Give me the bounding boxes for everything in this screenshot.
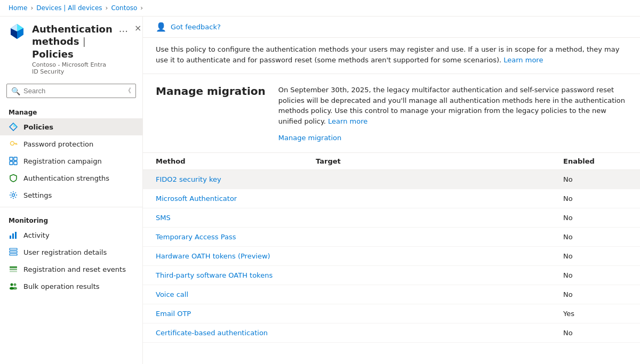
table-row[interactable]: Temporary Access Pass No: [143, 228, 640, 247]
method-link[interactable]: Temporary Access Pass: [156, 233, 236, 241]
svg-rect-18: [15, 232, 17, 239]
sidebar-header: Authentication methods | Policies Contos…: [0, 17, 142, 79]
sidebar-item-policies-label: Policies: [23, 123, 53, 131]
table-row[interactable]: Third-party software OATH tokens No: [143, 266, 640, 285]
manage-section-label: Manage: [0, 102, 142, 118]
chart-icon: [9, 230, 18, 240]
main-layout: Authentication methods | Policies Contos…: [0, 17, 640, 364]
sidebar-item-registration-reset-label: Registration and reset events: [23, 265, 126, 273]
svg-rect-20: [10, 251, 17, 253]
sidebar-item-authentication-strengths-label: Authentication strengths: [23, 174, 109, 182]
sidebar-item-password-protection[interactable]: Password protection: [0, 135, 142, 152]
page-subtitle: Contoso - Microsoft Entra ID Security: [32, 61, 113, 75]
migration-description: On September 30th, 2025, the legacy mult…: [278, 85, 627, 126]
migration-section: Manage migration On September 30th, 2025…: [143, 74, 640, 153]
grid2-icon: [9, 247, 18, 257]
sidebar-item-settings[interactable]: Settings: [0, 187, 142, 204]
col-enabled: No: [563, 233, 627, 241]
sidebar-item-bulk-operation-label: Bulk operation results: [23, 282, 100, 290]
sidebar: Authentication methods | Policies Contos…: [0, 17, 143, 364]
svg-rect-12: [14, 157, 17, 160]
sidebar-item-bulk-operation[interactable]: Bulk operation results: [0, 278, 142, 295]
sidebar-item-activity-label: Activity: [23, 231, 50, 239]
manage-migration-link[interactable]: Manage migration: [278, 134, 342, 142]
search-input[interactable]: [23, 87, 122, 95]
search-container: 🔍 《: [0, 79, 142, 102]
svg-rect-13: [10, 161, 13, 165]
gear-icon: [9, 190, 18, 200]
table-row[interactable]: Hardware OATH tokens (Preview) No: [143, 247, 640, 266]
col-enabled: No: [563, 175, 627, 183]
svg-point-15: [12, 194, 15, 197]
col-header-enabled: Enabled: [563, 157, 627, 165]
table-header: Method Target Enabled: [143, 153, 640, 170]
method-link[interactable]: Microsoft Authenticator: [156, 195, 237, 203]
breadcrumb-home[interactable]: Home: [9, 4, 27, 12]
col-enabled: No: [563, 252, 627, 260]
sidebar-item-authentication-strengths[interactable]: Authentication strengths: [0, 169, 142, 187]
col-enabled: No: [563, 271, 627, 279]
svg-rect-11: [10, 157, 13, 160]
method-link[interactable]: FIDO2 security key: [156, 175, 221, 183]
svg-rect-8: [14, 143, 17, 144]
svg-rect-16: [10, 236, 11, 239]
col-enabled: No: [563, 329, 627, 337]
monitoring-section-label: Monitoring: [0, 211, 142, 227]
svg-rect-9: [15, 144, 17, 145]
people-icon: [9, 281, 18, 291]
close-icon[interactable]: ×: [134, 23, 141, 33]
sidebar-item-registration-campaign[interactable]: Registration campaign: [0, 152, 142, 169]
svg-point-26: [14, 284, 17, 286]
sidebar-item-user-registration[interactable]: User registration details: [0, 244, 142, 261]
svg-point-25: [11, 284, 13, 286]
feedback-link[interactable]: Got feedback?: [171, 23, 221, 31]
method-link[interactable]: SMS: [156, 214, 171, 222]
sidebar-item-registration-reset[interactable]: Registration and reset events: [0, 261, 142, 278]
svg-rect-21: [10, 254, 17, 255]
method-link[interactable]: Email OTP: [156, 310, 191, 318]
table-row[interactable]: FIDO2 security key No: [143, 170, 640, 189]
svg-rect-19: [10, 248, 17, 250]
sidebar-item-user-registration-label: User registration details: [23, 248, 107, 256]
app-container: Home › Devices | All devices › Contoso ›: [0, 0, 640, 364]
method-link[interactable]: Voice call: [156, 290, 188, 298]
sidebar-item-activity[interactable]: Activity: [0, 227, 142, 244]
more-icon[interactable]: ...: [119, 23, 128, 34]
learn-more-link-1[interactable]: Learn more: [503, 56, 543, 64]
svg-rect-24: [10, 271, 17, 272]
col-enabled: Yes: [563, 310, 627, 318]
svg-rect-17: [12, 233, 14, 239]
table-row[interactable]: SMS No: [143, 208, 640, 228]
breadcrumb-devices[interactable]: Devices | All devices: [36, 4, 102, 12]
migration-learn-more-link[interactable]: Learn more: [328, 117, 367, 125]
sidebar-item-policies[interactable]: Policies: [0, 118, 142, 135]
sidebar-title-block: Authentication methods | Policies Contos…: [32, 23, 113, 75]
svg-point-28: [13, 287, 17, 290]
table-row[interactable]: Microsoft Authenticator No: [143, 189, 640, 208]
svg-rect-14: [14, 161, 17, 165]
breadcrumb: Home › Devices | All devices › Contoso ›: [0, 0, 640, 17]
feedback-bar: 👤 Got feedback?: [143, 17, 640, 38]
table-row[interactable]: Email OTP Yes: [143, 304, 640, 323]
method-link[interactable]: Third-party software OATH tokens: [156, 271, 273, 279]
migration-content: On September 30th, 2025, the legacy mult…: [278, 85, 627, 142]
sidebar-item-password-protection-label: Password protection: [23, 140, 93, 148]
breadcrumb-contoso[interactable]: Contoso: [111, 4, 137, 12]
col-enabled: No: [563, 214, 627, 222]
shield-icon: [9, 173, 18, 183]
migration-title: Manage migration: [156, 85, 266, 142]
table-row[interactable]: Certificate-based authentication No: [143, 323, 640, 343]
search-box: 🔍 《: [6, 84, 136, 98]
nav-divider: [0, 207, 142, 207]
method-link[interactable]: Hardware OATH tokens (Preview): [156, 252, 270, 260]
collapse-icon[interactable]: 《: [125, 86, 131, 95]
svg-rect-23: [10, 269, 17, 270]
content-area: 👤 Got feedback? Use this policy to confi…: [143, 17, 640, 364]
methods-table: FIDO2 security key No Microsoft Authenti…: [143, 170, 640, 343]
method-link[interactable]: Certificate-based authentication: [156, 329, 268, 337]
feedback-icon: 👤: [156, 22, 166, 32]
col-header-method: Method: [156, 157, 316, 165]
col-enabled: No: [563, 195, 627, 203]
table-row[interactable]: Voice call No: [143, 285, 640, 304]
page-title: Authentication methods | Policies: [32, 23, 113, 60]
